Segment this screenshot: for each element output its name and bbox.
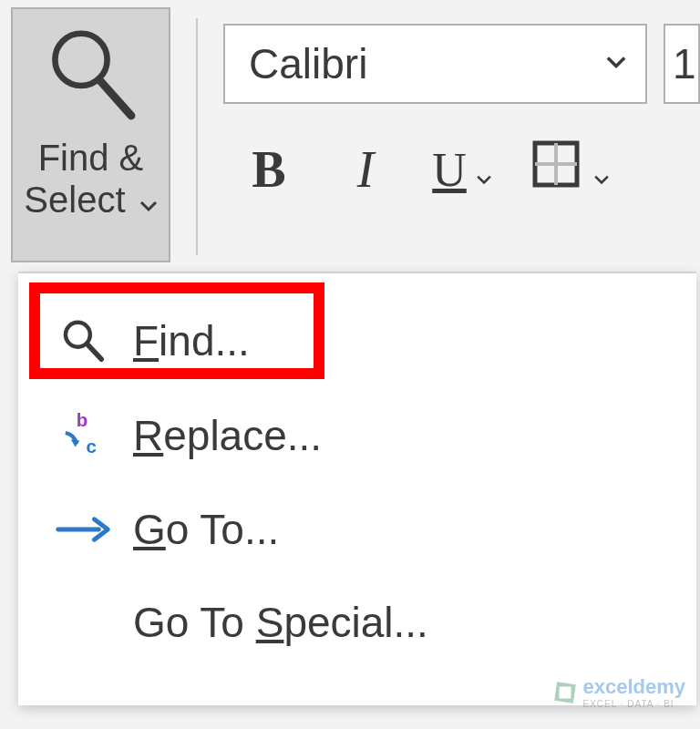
svg-text:c: c [87,436,97,457]
replace-icon: b c [49,410,117,461]
menu-item-label: Replace... [133,411,322,460]
menu-item-label: Find... [133,316,250,365]
menu-item-goto-special[interactable]: Go To Special... [18,576,696,669]
menu-item-label: Go To... [133,505,279,554]
font-size-partial: 1 [673,39,696,88]
menu-item-label: Go To Special... [133,598,428,647]
font-group: Calibri 1 B I U [223,7,700,197]
font-family-value: Calibri [249,39,605,88]
chevron-down-icon [476,143,492,196]
find-select-label: Find & Select [24,137,157,221]
find-icon [49,315,117,366]
italic-glyph: I [357,140,375,199]
svg-line-6 [87,344,101,359]
group-separator [196,18,198,255]
underline-button[interactable]: U [435,142,489,197]
magnifying-glass-icon [41,26,141,129]
arrow-right-icon [49,511,117,548]
svg-text:b: b [77,410,88,430]
borders-button[interactable] [531,142,610,197]
italic-button[interactable]: I [338,142,393,197]
chevron-down-icon [593,143,610,196]
bold-glyph: B [252,140,285,199]
ribbon-section: Find & Select Calibri 1 B I [0,0,700,264]
svg-line-1 [98,79,130,116]
menu-item-replace[interactable]: b c Replace... [18,388,696,483]
underline-glyph: U [432,143,467,197]
find-and-select-button[interactable]: Find & Select [11,7,170,262]
chevron-down-icon [139,179,158,221]
find-select-dropdown-menu: Find... b c Replace... Go To... [18,272,696,705]
bold-button[interactable]: B [242,142,296,197]
font-size-dropdown[interactable]: 1 [664,24,700,104]
menu-item-goto[interactable]: Go To... [18,483,696,576]
font-family-dropdown[interactable]: Calibri [223,24,647,104]
chevron-down-icon [605,55,627,73]
menu-item-find[interactable]: Find... [18,293,696,388]
borders-icon [531,139,581,200]
